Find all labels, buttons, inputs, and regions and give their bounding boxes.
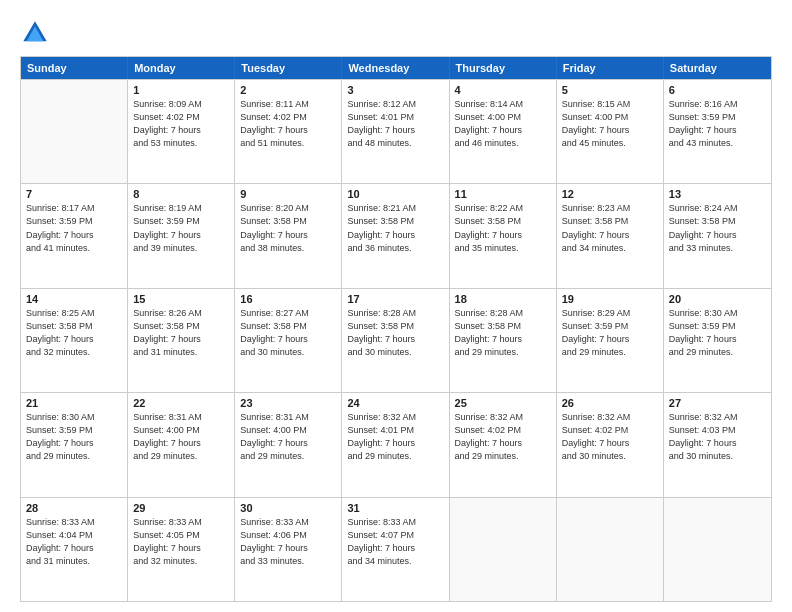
daylight-text: and 36 minutes. [347,242,443,255]
daylight-text: Daylight: 7 hours [455,124,551,137]
calendar-cell: 31Sunrise: 8:33 AMSunset: 4:07 PMDayligh… [342,498,449,601]
daylight-text: Daylight: 7 hours [26,437,122,450]
calendar-cell: 1Sunrise: 8:09 AMSunset: 4:02 PMDaylight… [128,80,235,183]
day-number: 14 [26,293,122,305]
daylight-text: Daylight: 7 hours [347,229,443,242]
daylight-text: Daylight: 7 hours [669,333,766,346]
daylight-text: and 29 minutes. [240,450,336,463]
sunrise-text: Sunrise: 8:33 AM [240,516,336,529]
daylight-text: and 48 minutes. [347,137,443,150]
calendar-cell: 2Sunrise: 8:11 AMSunset: 4:02 PMDaylight… [235,80,342,183]
sunset-text: Sunset: 4:02 PM [562,424,658,437]
calendar-week: 7Sunrise: 8:17 AMSunset: 3:59 PMDaylight… [21,183,771,287]
header [20,18,772,48]
day-number: 25 [455,397,551,409]
sunrise-text: Sunrise: 8:32 AM [347,411,443,424]
day-number: 4 [455,84,551,96]
daylight-text: and 33 minutes. [240,555,336,568]
sunrise-text: Sunrise: 8:09 AM [133,98,229,111]
daylight-text: Daylight: 7 hours [133,229,229,242]
day-number: 22 [133,397,229,409]
daylight-text: and 53 minutes. [133,137,229,150]
sunrise-text: Sunrise: 8:28 AM [347,307,443,320]
daylight-text: Daylight: 7 hours [240,542,336,555]
day-number: 27 [669,397,766,409]
day-number: 13 [669,188,766,200]
daylight-text: and 30 minutes. [669,450,766,463]
calendar-cell: 15Sunrise: 8:26 AMSunset: 3:58 PMDayligh… [128,289,235,392]
calendar-cell: 12Sunrise: 8:23 AMSunset: 3:58 PMDayligh… [557,184,664,287]
weekday-header: Thursday [450,57,557,79]
calendar-cell: 11Sunrise: 8:22 AMSunset: 3:58 PMDayligh… [450,184,557,287]
calendar-cell: 10Sunrise: 8:21 AMSunset: 3:58 PMDayligh… [342,184,449,287]
calendar-cell: 30Sunrise: 8:33 AMSunset: 4:06 PMDayligh… [235,498,342,601]
calendar-week: 1Sunrise: 8:09 AMSunset: 4:02 PMDaylight… [21,79,771,183]
day-number: 5 [562,84,658,96]
daylight-text: Daylight: 7 hours [455,229,551,242]
calendar-cell: 26Sunrise: 8:32 AMSunset: 4:02 PMDayligh… [557,393,664,496]
sunset-text: Sunset: 3:58 PM [26,320,122,333]
daylight-text: Daylight: 7 hours [347,437,443,450]
daylight-text: and 29 minutes. [26,450,122,463]
calendar-cell: 3Sunrise: 8:12 AMSunset: 4:01 PMDaylight… [342,80,449,183]
daylight-text: and 29 minutes. [455,450,551,463]
sunrise-text: Sunrise: 8:32 AM [669,411,766,424]
weekday-header: Friday [557,57,664,79]
daylight-text: Daylight: 7 hours [669,229,766,242]
daylight-text: Daylight: 7 hours [240,437,336,450]
weekday-header: Wednesday [342,57,449,79]
sunrise-text: Sunrise: 8:25 AM [26,307,122,320]
sunrise-text: Sunrise: 8:24 AM [669,202,766,215]
calendar-cell [21,80,128,183]
daylight-text: and 31 minutes. [133,346,229,359]
daylight-text: and 31 minutes. [26,555,122,568]
calendar-cell: 19Sunrise: 8:29 AMSunset: 3:59 PMDayligh… [557,289,664,392]
calendar-cell: 29Sunrise: 8:33 AMSunset: 4:05 PMDayligh… [128,498,235,601]
daylight-text: and 30 minutes. [240,346,336,359]
daylight-text: and 30 minutes. [562,450,658,463]
day-number: 8 [133,188,229,200]
daylight-text: and 38 minutes. [240,242,336,255]
daylight-text: Daylight: 7 hours [133,333,229,346]
logo [20,18,54,48]
daylight-text: Daylight: 7 hours [562,333,658,346]
sunset-text: Sunset: 4:01 PM [347,424,443,437]
sunrise-text: Sunrise: 8:30 AM [26,411,122,424]
day-number: 18 [455,293,551,305]
day-number: 20 [669,293,766,305]
daylight-text: and 33 minutes. [669,242,766,255]
calendar-cell: 21Sunrise: 8:30 AMSunset: 3:59 PMDayligh… [21,393,128,496]
day-number: 21 [26,397,122,409]
sunset-text: Sunset: 3:58 PM [347,320,443,333]
sunrise-text: Sunrise: 8:28 AM [455,307,551,320]
weekday-header: Monday [128,57,235,79]
sunset-text: Sunset: 3:58 PM [240,215,336,228]
sunset-text: Sunset: 3:58 PM [455,215,551,228]
sunset-text: Sunset: 4:05 PM [133,529,229,542]
daylight-text: Daylight: 7 hours [347,542,443,555]
daylight-text: Daylight: 7 hours [347,333,443,346]
daylight-text: Daylight: 7 hours [669,124,766,137]
day-number: 26 [562,397,658,409]
calendar: SundayMondayTuesdayWednesdayThursdayFrid… [20,56,772,602]
sunset-text: Sunset: 4:02 PM [240,111,336,124]
daylight-text: and 34 minutes. [347,555,443,568]
sunrise-text: Sunrise: 8:31 AM [133,411,229,424]
calendar-cell: 27Sunrise: 8:32 AMSunset: 4:03 PMDayligh… [664,393,771,496]
daylight-text: Daylight: 7 hours [347,124,443,137]
sunset-text: Sunset: 4:00 PM [240,424,336,437]
sunrise-text: Sunrise: 8:23 AM [562,202,658,215]
daylight-text: Daylight: 7 hours [562,437,658,450]
sunrise-text: Sunrise: 8:33 AM [26,516,122,529]
calendar-cell: 18Sunrise: 8:28 AMSunset: 3:58 PMDayligh… [450,289,557,392]
daylight-text: Daylight: 7 hours [26,229,122,242]
sunrise-text: Sunrise: 8:20 AM [240,202,336,215]
calendar-week: 28Sunrise: 8:33 AMSunset: 4:04 PMDayligh… [21,497,771,601]
daylight-text: and 32 minutes. [133,555,229,568]
calendar-cell: 20Sunrise: 8:30 AMSunset: 3:59 PMDayligh… [664,289,771,392]
day-number: 28 [26,502,122,514]
sunrise-text: Sunrise: 8:22 AM [455,202,551,215]
calendar-cell: 25Sunrise: 8:32 AMSunset: 4:02 PMDayligh… [450,393,557,496]
calendar-cell: 24Sunrise: 8:32 AMSunset: 4:01 PMDayligh… [342,393,449,496]
day-number: 17 [347,293,443,305]
